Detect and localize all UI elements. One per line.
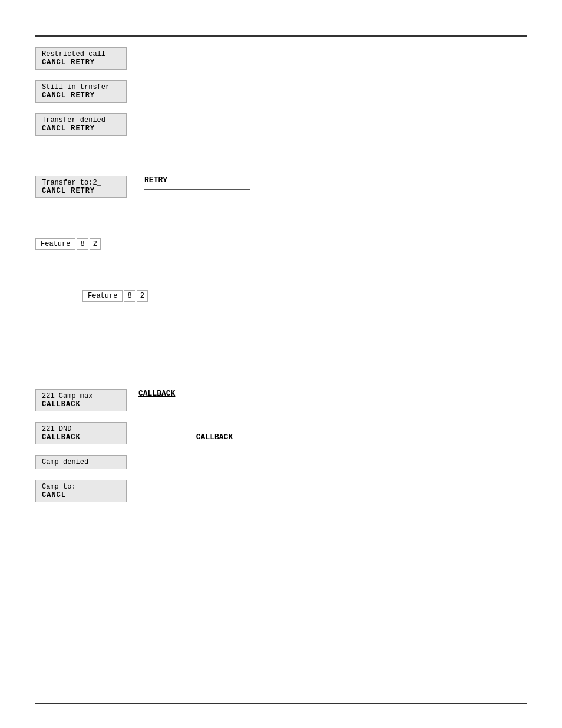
spacer2 bbox=[35, 209, 527, 238]
restricted-call-section: Restricted call CANCL RETRY bbox=[35, 47, 527, 70]
feature-digit1-2: 8 bbox=[124, 290, 135, 302]
feature-digit1-1: 8 bbox=[77, 238, 88, 250]
transfer-to-section: Transfer to:2_ CANCL RETRY RETRY bbox=[35, 176, 527, 198]
restricted-call-line1: Restricted call bbox=[42, 50, 120, 58]
transfer-denied-line2: CANCL RETRY bbox=[42, 124, 120, 133]
camp-denied-section: Camp denied bbox=[35, 455, 527, 469]
still-in-transfer-line1: Still in trnsfer bbox=[42, 83, 120, 91]
camp-max-line1: 221 Camp max bbox=[42, 392, 120, 400]
spacer4 bbox=[35, 312, 527, 389]
dnd-box: 221 DND CALLBACK bbox=[35, 422, 127, 444]
retry-link-area: RETRY bbox=[144, 176, 250, 190]
bottom-rule bbox=[35, 703, 527, 704]
camp-max-callback-link[interactable]: CALLBACK bbox=[138, 389, 175, 398]
transfer-to-line1: Transfer to:2_ bbox=[42, 179, 120, 187]
still-in-transfer-line2: CANCL RETRY bbox=[42, 91, 120, 100]
dnd-callback-link[interactable]: CALLBACK bbox=[196, 433, 233, 442]
transfer-denied-line1: Transfer denied bbox=[42, 116, 120, 124]
feature-row-2: Feature 8 2 bbox=[82, 290, 527, 302]
camp-to-section: Camp to: CANCL bbox=[35, 480, 527, 502]
retry-link[interactable]: RETRY bbox=[144, 176, 167, 185]
camp-max-section: 221 Camp max CALLBACK CALLBACK bbox=[35, 389, 527, 411]
feature-label-1: Feature bbox=[35, 238, 75, 250]
transfer-denied-section: Transfer denied CANCL RETRY bbox=[35, 113, 527, 136]
dnd-section: 221 DND CALLBACK CALLBACK bbox=[35, 422, 527, 444]
camp-to-line2: CANCL bbox=[42, 491, 120, 499]
spacer1 bbox=[35, 146, 527, 176]
feature-label-2: Feature bbox=[82, 290, 123, 302]
transfer-denied-box: Transfer denied CANCL RETRY bbox=[35, 113, 127, 136]
camp-to-line1: Camp to: bbox=[42, 483, 120, 491]
still-in-transfer-box: Still in trnsfer CANCL RETRY bbox=[35, 80, 127, 103]
camp-denied-line1: Camp denied bbox=[42, 458, 120, 466]
camp-denied-box: Camp denied bbox=[35, 455, 127, 469]
dnd-line2: CALLBACK bbox=[42, 433, 120, 442]
main-content: Restricted call CANCL RETRY Still in trn… bbox=[0, 47, 562, 513]
camp-max-box: 221 Camp max CALLBACK bbox=[35, 389, 127, 411]
feature-digit2-1: 2 bbox=[90, 238, 101, 250]
dnd-line1: 221 DND bbox=[42, 425, 120, 433]
spacer3 bbox=[35, 261, 527, 290]
restricted-call-line2: CANCL RETRY bbox=[42, 58, 120, 67]
still-in-transfer-section: Still in trnsfer CANCL RETRY bbox=[35, 80, 527, 103]
top-rule bbox=[35, 35, 527, 37]
restricted-call-box: Restricted call CANCL RETRY bbox=[35, 47, 127, 70]
feature-digit2-2: 2 bbox=[137, 290, 148, 302]
transfer-to-line2: CANCL RETRY bbox=[42, 187, 120, 195]
underline-decoration bbox=[144, 189, 250, 190]
feature-row-1: Feature 8 2 bbox=[35, 238, 527, 250]
camp-max-line2: CALLBACK bbox=[42, 400, 120, 409]
camp-to-box: Camp to: CANCL bbox=[35, 480, 127, 502]
transfer-to-box: Transfer to:2_ CANCL RETRY bbox=[35, 176, 127, 198]
